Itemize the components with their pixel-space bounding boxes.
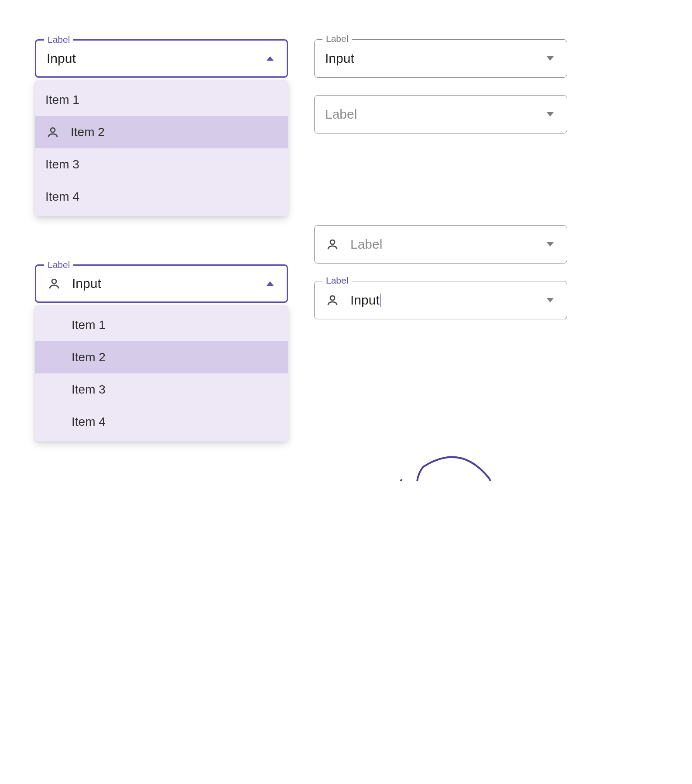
- field-label: Label: [44, 260, 73, 269]
- menu-item[interactable]: Item 2: [35, 341, 288, 373]
- menu-item[interactable]: Item 3: [35, 373, 288, 406]
- field-placeholder: Label: [350, 237, 544, 252]
- menu-item[interactable]: Item 4: [35, 181, 288, 213]
- field-value: Input: [350, 293, 544, 308]
- menu-item[interactable]: Item 4: [35, 406, 288, 438]
- field-label: Label: [322, 34, 352, 43]
- menu-item-label: Item 3: [45, 157, 79, 171]
- select-closed-1[interactable]: Label Input: [314, 39, 567, 78]
- svg-marker-5: [547, 112, 554, 116]
- svg-point-1: [51, 128, 55, 132]
- dropdown-menu: Item 1 Item 2 Item 3 Item 4: [35, 80, 288, 216]
- menu-item[interactable]: Item 1: [35, 309, 288, 341]
- menu-item[interactable]: Item 2: [35, 116, 288, 148]
- svg-marker-9: [547, 298, 554, 302]
- person-icon: [47, 276, 62, 291]
- svg-marker-3: [267, 281, 274, 286]
- svg-point-6: [330, 240, 335, 244]
- svg-marker-0: [267, 56, 274, 61]
- field-label: Label: [44, 35, 73, 44]
- menu-item-label: Item 4: [72, 415, 106, 429]
- chevron-down-icon: [544, 294, 556, 306]
- menu-item-label: Item 4: [45, 190, 79, 204]
- chevron-down-icon: [544, 238, 556, 250]
- menu-item-label: Item 3: [72, 383, 106, 397]
- field-value: Input: [72, 276, 264, 291]
- person-icon: [325, 293, 340, 308]
- select-placeholder-icon[interactable]: Label: [314, 225, 567, 264]
- chevron-up-icon: [264, 52, 276, 65]
- chevron-down-icon: [544, 52, 556, 65]
- svg-marker-7: [547, 242, 554, 246]
- menu-item-label: Item 2: [71, 125, 105, 139]
- person-icon: [45, 125, 60, 140]
- dropdown-menu: Item 1 Item 2 Item 3 Item 4: [35, 305, 288, 442]
- menu-item-label: Item 1: [45, 93, 79, 107]
- skateboard-illustration: [314, 441, 558, 481]
- select-field[interactable]: Label Input: [35, 39, 288, 78]
- svg-point-2: [52, 279, 56, 284]
- menu-item-label: Item 1: [72, 318, 106, 332]
- svg-marker-4: [547, 56, 554, 61]
- field-value: Input: [325, 51, 544, 66]
- field-placeholder: Label: [325, 107, 544, 122]
- select-field[interactable]: Label Input: [35, 264, 288, 303]
- field-value: Input: [47, 51, 264, 66]
- svg-point-8: [330, 296, 335, 300]
- person-icon: [325, 237, 340, 252]
- chevron-down-icon: [544, 108, 556, 120]
- menu-item[interactable]: Item 3: [35, 148, 288, 181]
- menu-item-label: Item 2: [72, 350, 106, 364]
- select-placeholder-1[interactable]: Label: [314, 95, 567, 134]
- select-open-1: Label Input Item 1 Item 2 Item 3: [35, 39, 288, 216]
- menu-item[interactable]: Item 1: [35, 84, 288, 116]
- chevron-up-icon: [264, 277, 276, 290]
- select-closed-icon[interactable]: Label Input: [314, 281, 567, 319]
- select-open-2: Label Input Item 1 Item 2 Item 3: [35, 264, 288, 442]
- field-label: Label: [322, 276, 352, 285]
